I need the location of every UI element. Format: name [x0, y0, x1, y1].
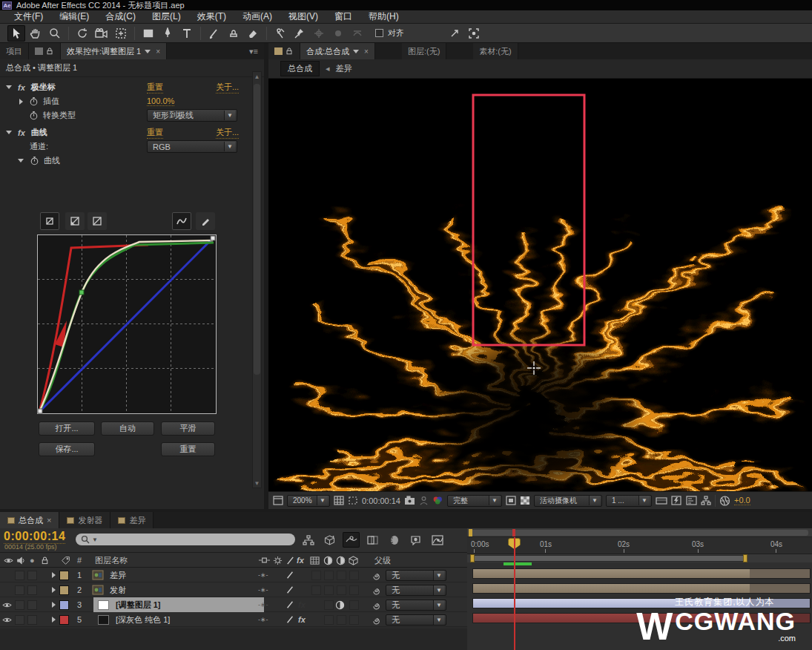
- motion-blur-icon[interactable]: [386, 532, 403, 548]
- camera-view-dropdown[interactable]: 活动摄像机▼: [534, 495, 602, 507]
- switch-box[interactable]: [324, 585, 334, 595]
- unlock-icon[interactable]: [45, 47, 54, 56]
- switch-box[interactable]: [324, 600, 334, 610]
- layer-name[interactable]: [深灰色 纯色 1]: [116, 612, 170, 627]
- menu-help[interactable]: 帮助(H): [360, 10, 407, 23]
- timeline-tab-emitter[interactable]: 发射器: [59, 512, 110, 528]
- pick-whip-icon[interactable]: [371, 600, 380, 610]
- close-icon[interactable]: ×: [47, 516, 51, 525]
- lock-toggle[interactable]: [27, 600, 37, 610]
- work-area-track[interactable]: [467, 554, 812, 562]
- param-value[interactable]: 100.0%: [147, 96, 174, 106]
- eye-toggle[interactable]: [1, 600, 13, 611]
- frame-blending-icon[interactable]: [364, 532, 381, 548]
- lock-toggle[interactable]: [27, 585, 37, 595]
- curves-graph[interactable]: [37, 234, 217, 414]
- adjustment-layer-switch-icon[interactable]: [335, 600, 345, 610]
- layer-bar-2[interactable]: [472, 583, 811, 594]
- exposure-value[interactable]: +0.0: [734, 496, 750, 505]
- text-tool-icon[interactable]: [178, 25, 196, 42]
- pixel-aspect-icon[interactable]: [656, 496, 667, 505]
- audio-toggle[interactable]: [15, 585, 24, 595]
- close-icon[interactable]: ×: [363, 47, 369, 56]
- graph-editor-icon[interactable]: [429, 532, 446, 548]
- expand-icon[interactable]: [52, 602, 56, 608]
- layer-row-1[interactable]: 1 差异 -∗- 无▼: [0, 568, 467, 582]
- switch-box[interactable]: [311, 571, 321, 580]
- switch-box[interactable]: [349, 615, 359, 625]
- curve-pencil-button[interactable]: [196, 212, 215, 230]
- about-link[interactable]: 关于...: [216, 127, 239, 139]
- menu-edit[interactable]: 编辑(E): [51, 10, 97, 23]
- align-checkbox[interactable]: [375, 29, 383, 37]
- puppet-pin-tool-icon[interactable]: [291, 25, 308, 42]
- zoom-dropdown[interactable]: 200%▼: [287, 495, 330, 507]
- grid-guides-icon[interactable]: [334, 496, 344, 505]
- effect-name[interactable]: 极坐标: [31, 82, 56, 93]
- breadcrumb-comp-button[interactable]: 总合成: [280, 61, 320, 76]
- fast-previews-icon[interactable]: [671, 496, 682, 505]
- menu-animation[interactable]: 动画(A): [234, 10, 280, 23]
- layer-name-header[interactable]: 图层名称: [95, 553, 128, 568]
- position-switch[interactable]: -∗-: [258, 582, 268, 597]
- curve-linear-button[interactable]: [65, 212, 85, 230]
- menu-file[interactable]: 文件(F): [6, 10, 51, 23]
- lock-toggle[interactable]: [27, 615, 37, 625]
- brainstorm-icon[interactable]: [407, 532, 424, 548]
- brush-tool-icon[interactable]: [205, 25, 223, 42]
- shape-tool-icon[interactable]: [139, 25, 157, 42]
- layer-row-2[interactable]: 2 发射 -∗- 无▼: [0, 582, 467, 597]
- switch-box[interactable]: [311, 585, 321, 595]
- playhead-line[interactable]: [514, 537, 515, 650]
- eye-toggle[interactable]: [1, 585, 13, 596]
- expand-arrow-icon[interactable]: [446, 25, 463, 42]
- switch-box[interactable]: [349, 571, 359, 580]
- pick-whip-icon[interactable]: [371, 615, 380, 625]
- workspace-bracket-icon[interactable]: [465, 25, 483, 42]
- tab-dropdown-icon[interactable]: [353, 50, 359, 53]
- layer-name[interactable]: 发射: [110, 582, 126, 597]
- close-icon[interactable]: ×: [154, 47, 160, 56]
- eye-toggle[interactable]: [1, 614, 13, 626]
- timeline-tab-main[interactable]: 总合成 ×: [0, 512, 59, 528]
- layer-row-5[interactable]: 5 [深灰色 纯色 1] -∗- fx 无▼: [0, 612, 467, 627]
- scroll-thumb[interactable]: [254, 84, 260, 375]
- mini-flowchart-icon[interactable]: [300, 532, 317, 548]
- audio-toggle[interactable]: [15, 615, 24, 625]
- switch-box[interactable]: [337, 571, 346, 580]
- layer-bar-1[interactable]: [472, 568, 811, 579]
- panel-menu-icon[interactable]: ▾≡: [243, 43, 264, 59]
- expand-icon[interactable]: [19, 99, 23, 105]
- tab-footage[interactable]: 素材:(无): [473, 43, 518, 59]
- switch-box[interactable]: [349, 585, 359, 595]
- menu-view[interactable]: 视图(V): [280, 10, 326, 23]
- work-area-start-handle[interactable]: [470, 554, 475, 562]
- about-link[interactable]: 关于...: [216, 82, 239, 93]
- stopwatch-icon[interactable]: [29, 111, 39, 120]
- save-button[interactable]: 保存...: [39, 442, 95, 456]
- position-switch[interactable]: -∗-: [258, 612, 268, 627]
- label-swatch[interactable]: [59, 600, 69, 610]
- reset-link[interactable]: 重置: [147, 127, 163, 139]
- timeline-tab-difference[interactable]: 差异: [110, 512, 154, 528]
- switch-box[interactable]: [337, 615, 346, 625]
- layer-name[interactable]: [调整图层 1]: [116, 597, 161, 612]
- parent-dropdown[interactable]: 无▼: [386, 585, 446, 596]
- pan-behind-tool-icon[interactable]: [112, 25, 130, 42]
- tab-composition[interactable]: 合成:总合成 ×: [300, 43, 375, 59]
- channels-icon[interactable]: [432, 496, 443, 505]
- transparency-grid-icon[interactable]: [520, 496, 530, 505]
- menu-composition[interactable]: 合成(C): [97, 10, 144, 23]
- fx-switch[interactable]: fx: [298, 600, 306, 609]
- parent-dropdown[interactable]: 无▼: [386, 600, 446, 611]
- parent-header[interactable]: 父级: [374, 553, 391, 568]
- scroll-up-icon[interactable]: ▲: [253, 72, 261, 81]
- eye-toggle[interactable]: [1, 570, 13, 581]
- menu-layer[interactable]: 图层(L): [144, 10, 189, 23]
- mask-toggle-icon[interactable]: [348, 496, 358, 505]
- auto-button[interactable]: 自动: [101, 421, 154, 436]
- menu-window[interactable]: 窗口: [326, 10, 360, 23]
- convert-type-dropdown[interactable]: 矩形到极线▼: [147, 109, 237, 122]
- tab-layer[interactable]: 图层:(无): [402, 43, 446, 59]
- timeline-navigator[interactable]: [467, 528, 812, 537]
